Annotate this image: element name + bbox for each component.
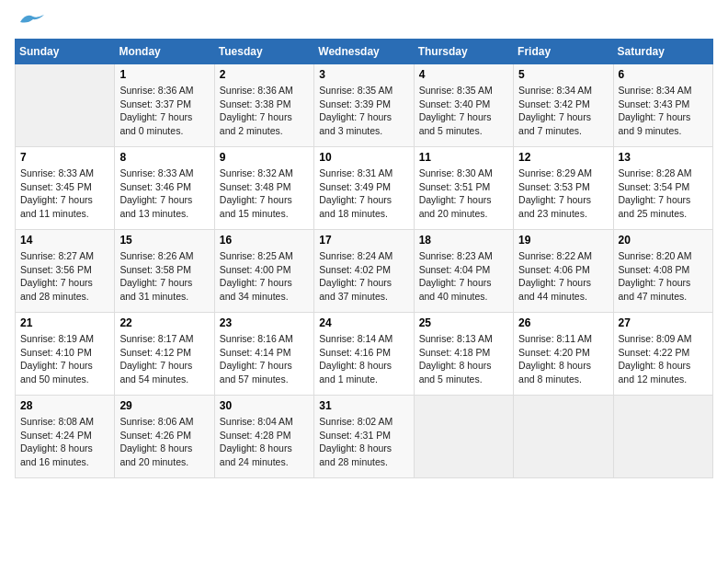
day-number: 29 [119,399,209,412]
day-number: 14 [20,234,109,247]
day-info: Sunrise: 8:08 AMSunset: 4:24 PMDaylight:… [20,415,109,469]
day-info: Sunrise: 8:31 AMSunset: 3:49 PMDaylight:… [319,167,408,221]
day-info: Sunrise: 8:20 AMSunset: 4:08 PMDaylight:… [619,249,708,304]
day-number: 21 [20,316,109,329]
day-info: Sunrise: 8:35 AMSunset: 3:40 PMDaylight:… [419,84,508,138]
day-number: 24 [319,316,408,329]
day-number: 19 [518,234,608,247]
logo-bird-icon [18,11,44,28]
day-info: Sunrise: 8:33 AMSunset: 3:45 PMDaylight:… [20,167,109,221]
calendar-cell: 25Sunrise: 8:13 AMSunset: 4:18 PMDayligh… [414,313,513,396]
day-info: Sunrise: 8:33 AMSunset: 3:46 PMDaylight:… [119,167,209,221]
calendar-cell: 6Sunrise: 8:34 AMSunset: 3:43 PMDaylight… [613,64,712,147]
calendar-table: SundayMondayTuesdayWednesdayThursdayFrid… [15,39,713,478]
calendar-cell: 7Sunrise: 8:33 AMSunset: 3:45 PMDaylight… [16,147,115,230]
calendar-cell: 21Sunrise: 8:19 AMSunset: 4:10 PMDayligh… [16,313,115,396]
calendar-cell: 23Sunrise: 8:16 AMSunset: 4:14 PMDayligh… [214,313,313,396]
calendar-cell: 15Sunrise: 8:26 AMSunset: 3:58 PMDayligh… [115,230,214,313]
day-number: 15 [119,234,209,247]
calendar-cell: 20Sunrise: 8:20 AMSunset: 4:08 PMDayligh… [613,230,712,313]
day-info: Sunrise: 8:16 AMSunset: 4:14 PMDaylight:… [220,332,309,386]
day-info: Sunrise: 8:17 AMSunset: 4:12 PMDaylight:… [119,332,209,386]
calendar-cell: 30Sunrise: 8:04 AMSunset: 4:28 PMDayligh… [214,396,313,478]
day-info: Sunrise: 8:28 AMSunset: 3:54 PMDaylight:… [619,167,708,221]
calendar-cell: 19Sunrise: 8:22 AMSunset: 4:06 PMDayligh… [514,230,613,313]
calendar-header-row: SundayMondayTuesdayWednesdayThursdayFrid… [16,40,713,64]
day-number: 13 [619,151,708,164]
day-number: 18 [419,234,508,247]
day-info: Sunrise: 8:34 AMSunset: 3:42 PMDaylight:… [518,84,608,138]
page-header [15,15,713,28]
calendar-cell: 27Sunrise: 8:09 AMSunset: 4:22 PMDayligh… [613,313,712,396]
calendar-cell: 8Sunrise: 8:33 AMSunset: 3:46 PMDaylight… [115,147,214,230]
column-header-tuesday: Tuesday [214,40,313,64]
calendar-week-row: 14Sunrise: 8:27 AMSunset: 3:56 PMDayligh… [16,230,713,313]
calendar-week-row: 1Sunrise: 8:36 AMSunset: 3:37 PMDaylight… [16,64,713,147]
day-number: 11 [419,151,508,164]
day-number: 2 [220,68,309,81]
day-number: 22 [119,316,209,329]
day-number: 20 [619,234,708,247]
calendar-cell [16,64,115,147]
calendar-cell: 29Sunrise: 8:06 AMSunset: 4:26 PMDayligh… [115,396,214,478]
day-number: 28 [20,399,109,412]
day-number: 30 [220,399,309,412]
day-info: Sunrise: 8:27 AMSunset: 3:56 PMDaylight:… [20,249,109,304]
day-info: Sunrise: 8:06 AMSunset: 4:26 PMDaylight:… [119,415,209,469]
day-number: 23 [220,316,309,329]
day-number: 1 [119,68,209,81]
calendar-cell: 14Sunrise: 8:27 AMSunset: 3:56 PMDayligh… [16,230,115,313]
calendar-cell [514,396,613,478]
day-info: Sunrise: 8:11 AMSunset: 4:20 PMDaylight:… [518,332,608,386]
day-number: 16 [220,234,309,247]
calendar-cell: 18Sunrise: 8:23 AMSunset: 4:04 PMDayligh… [414,230,513,313]
day-number: 3 [319,68,408,81]
calendar-cell: 10Sunrise: 8:31 AMSunset: 3:49 PMDayligh… [314,147,414,230]
calendar-cell: 2Sunrise: 8:36 AMSunset: 3:38 PMDaylight… [214,64,313,147]
column-header-friday: Friday [514,40,613,64]
day-info: Sunrise: 8:19 AMSunset: 4:10 PMDaylight:… [20,332,109,386]
day-info: Sunrise: 8:29 AMSunset: 3:53 PMDaylight:… [518,167,608,221]
calendar-cell: 3Sunrise: 8:35 AMSunset: 3:39 PMDaylight… [314,64,414,147]
day-number: 25 [419,316,508,329]
day-number: 10 [319,151,408,164]
column-header-thursday: Thursday [414,40,513,64]
calendar-week-row: 7Sunrise: 8:33 AMSunset: 3:45 PMDaylight… [16,147,713,230]
day-info: Sunrise: 8:04 AMSunset: 4:28 PMDaylight:… [220,415,309,469]
day-info: Sunrise: 8:36 AMSunset: 3:38 PMDaylight:… [220,84,309,138]
calendar-cell: 12Sunrise: 8:29 AMSunset: 3:53 PMDayligh… [514,147,613,230]
column-header-monday: Monday [115,40,214,64]
day-number: 17 [319,234,408,247]
calendar-cell: 11Sunrise: 8:30 AMSunset: 3:51 PMDayligh… [414,147,513,230]
column-header-saturday: Saturday [613,40,712,64]
day-number: 8 [119,151,209,164]
day-info: Sunrise: 8:32 AMSunset: 3:48 PMDaylight:… [220,167,309,221]
day-number: 9 [220,151,309,164]
calendar-week-row: 21Sunrise: 8:19 AMSunset: 4:10 PMDayligh… [16,313,713,396]
day-number: 6 [619,68,708,81]
day-info: Sunrise: 8:35 AMSunset: 3:39 PMDaylight:… [319,84,408,138]
day-number: 5 [518,68,608,81]
calendar-cell: 28Sunrise: 8:08 AMSunset: 4:24 PMDayligh… [16,396,115,478]
calendar-cell: 9Sunrise: 8:32 AMSunset: 3:48 PMDaylight… [214,147,313,230]
day-number: 4 [419,68,508,81]
calendar-cell: 1Sunrise: 8:36 AMSunset: 3:37 PMDaylight… [115,64,214,147]
calendar-cell: 5Sunrise: 8:34 AMSunset: 3:42 PMDaylight… [514,64,613,147]
calendar-cell: 16Sunrise: 8:25 AMSunset: 4:00 PMDayligh… [214,230,313,313]
day-info: Sunrise: 8:02 AMSunset: 4:31 PMDaylight:… [319,415,408,469]
column-header-wednesday: Wednesday [314,40,414,64]
calendar-cell: 31Sunrise: 8:02 AMSunset: 4:31 PMDayligh… [314,396,414,478]
calendar-cell: 13Sunrise: 8:28 AMSunset: 3:54 PMDayligh… [613,147,712,230]
day-info: Sunrise: 8:22 AMSunset: 4:06 PMDaylight:… [518,249,608,304]
day-info: Sunrise: 8:36 AMSunset: 3:37 PMDaylight:… [119,84,209,138]
calendar-cell: 4Sunrise: 8:35 AMSunset: 3:40 PMDaylight… [414,64,513,147]
day-info: Sunrise: 8:13 AMSunset: 4:18 PMDaylight:… [419,332,508,386]
day-number: 31 [319,399,408,412]
day-info: Sunrise: 8:09 AMSunset: 4:22 PMDaylight:… [619,332,708,386]
day-number: 12 [518,151,608,164]
day-number: 26 [518,316,608,329]
calendar-cell [613,396,712,478]
calendar-cell: 17Sunrise: 8:24 AMSunset: 4:02 PMDayligh… [314,230,414,313]
calendar-cell: 22Sunrise: 8:17 AMSunset: 4:12 PMDayligh… [115,313,214,396]
calendar-cell: 24Sunrise: 8:14 AMSunset: 4:16 PMDayligh… [314,313,414,396]
